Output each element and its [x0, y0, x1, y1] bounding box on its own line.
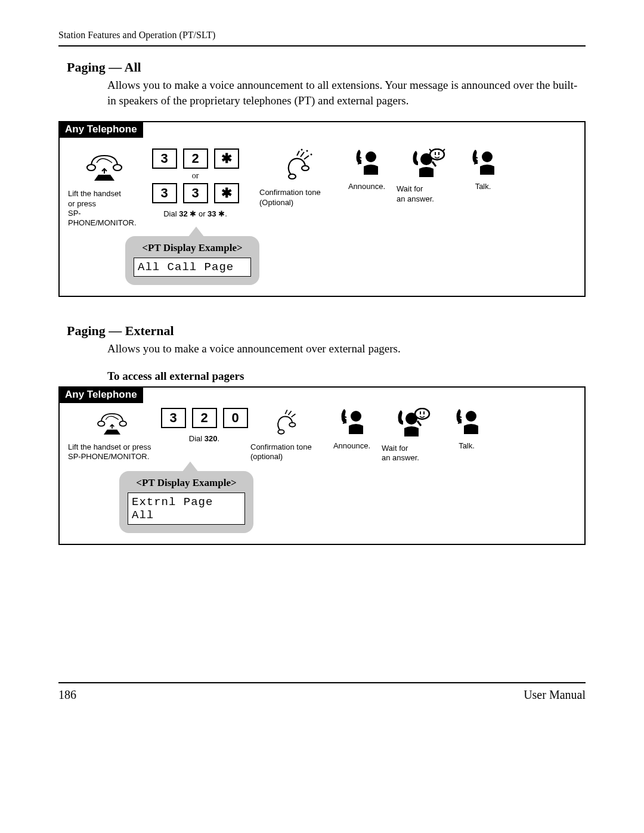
svg-point-9	[311, 154, 312, 156]
section2-body: Allows you to make a voice announcement …	[107, 341, 586, 357]
svg-line-6	[304, 156, 309, 159]
page-number: 186	[58, 688, 76, 702]
key-row-1: 3 2 ✱	[152, 148, 239, 169]
talk-caption: Talk.	[459, 441, 475, 451]
svg-point-7	[301, 149, 303, 151]
key-2: 2	[192, 408, 217, 428]
svg-line-5	[301, 152, 304, 157]
announce-icon	[338, 408, 366, 435]
svg-point-8	[306, 150, 308, 152]
key-row-2: 3 3 ✱	[152, 183, 239, 203]
manual-label: User Manual	[524, 688, 586, 702]
talk-caption: Talk.	[475, 182, 491, 191]
svg-line-24	[288, 411, 291, 415]
handset-icon	[91, 408, 134, 436]
panel-tab: Any Telephone	[59, 122, 143, 138]
svg-point-26	[351, 411, 361, 422]
tone-icon	[269, 408, 304, 436]
running-head: Station Features and Operation (PT/SLT)	[58, 30, 586, 41]
bubble-title: <PT Display Example>	[128, 477, 245, 489]
key-3: 3	[152, 148, 177, 169]
lift-caption: Lift the handset or press SP-PHONE/MONIT…	[68, 189, 143, 228]
svg-line-25	[292, 414, 296, 417]
svg-line-14	[443, 149, 445, 151]
key-star: ✱	[214, 148, 239, 169]
pt-display-bubble: <PT Display Example> All Call Page	[125, 236, 259, 285]
svg-point-3	[302, 166, 309, 171]
handset-icon	[83, 148, 126, 183]
svg-point-2	[289, 174, 296, 179]
key-3: 3	[152, 183, 177, 203]
key-star: ✱	[214, 183, 239, 203]
svg-rect-29	[420, 411, 421, 414]
panel-paging-external: Any Telephone Lift the handset or press …	[58, 386, 586, 546]
pt-display-bubble: <PT Display Example> Extrnl Page All	[119, 471, 253, 533]
or-label: or	[192, 171, 199, 181]
svg-point-22	[289, 423, 295, 427]
lcd-text: Extrnl Page All	[128, 493, 245, 525]
wait-icon	[397, 408, 432, 438]
conf-caption: Confirmation tone (optional)	[250, 442, 312, 462]
lift-caption: Lift the handset or press SP-PHONE/MONIT…	[68, 442, 151, 462]
svg-point-31	[466, 411, 476, 422]
svg-point-1	[113, 165, 122, 171]
announce-caption: Announce.	[348, 182, 385, 191]
svg-point-21	[278, 430, 284, 434]
talk-icon	[453, 408, 481, 435]
talk-icon	[469, 148, 497, 176]
bubble-title: <PT Display Example>	[134, 242, 251, 254]
lcd-text: All Call Page	[134, 258, 251, 277]
conf-caption: Confirmation tone (Optional)	[259, 188, 321, 208]
svg-rect-16	[435, 152, 436, 155]
key-2: 2	[183, 148, 208, 169]
section2-subhead: To access all external pagers	[107, 370, 586, 383]
key-3: 3	[161, 408, 186, 428]
svg-line-15	[429, 149, 431, 151]
key-0: 0	[223, 408, 248, 428]
svg-rect-30	[423, 411, 425, 414]
section2-title: Paging — External	[67, 323, 586, 339]
wait-caption: Wait for an answer.	[397, 184, 434, 204]
svg-point-10	[366, 151, 376, 162]
svg-point-0	[87, 165, 95, 171]
section1-body: Allows you to make a voice announcement …	[107, 78, 586, 108]
key-3b: 3	[183, 183, 208, 203]
section1-title: Paging — All	[67, 60, 586, 75]
key-row: 3 2 0	[161, 408, 248, 428]
svg-point-20	[119, 421, 126, 426]
wait-icon	[412, 148, 447, 178]
dial-caption: Dial 320.	[189, 434, 219, 444]
svg-line-4	[297, 151, 299, 156]
dial-caption: Dial 32 ✱ or 33 ✱.	[163, 209, 227, 219]
panel-tab: Any Telephone	[59, 387, 143, 403]
tone-icon	[280, 148, 316, 182]
header-rule	[58, 45, 586, 47]
svg-point-18	[482, 151, 493, 162]
wait-caption: Wait for an answer.	[382, 444, 419, 463]
panel-paging-all: Any Telephone Lift the handset or press …	[58, 121, 586, 297]
svg-line-23	[285, 410, 287, 414]
footer-rule	[58, 682, 586, 683]
announce-caption: Announce.	[333, 441, 370, 451]
announce-icon	[353, 148, 380, 176]
svg-rect-17	[438, 152, 439, 155]
svg-point-19	[98, 421, 105, 426]
